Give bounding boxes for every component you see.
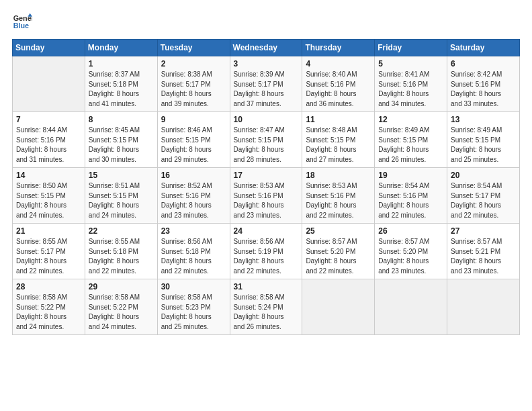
day-number: 15 xyxy=(89,171,154,180)
calendar-cell: 5Sunrise: 8:41 AM Sunset: 5:16 PM Daylig… xyxy=(375,56,447,112)
calendar-cell: 30Sunrise: 8:58 AM Sunset: 5:23 PM Dayli… xyxy=(157,279,230,335)
calendar-cell: 10Sunrise: 8:47 AM Sunset: 5:15 PM Dayli… xyxy=(230,112,302,168)
calendar-cell: 22Sunrise: 8:55 AM Sunset: 5:18 PM Dayli… xyxy=(85,224,157,279)
day-info: Sunrise: 8:40 AM Sunset: 5:16 PM Dayligh… xyxy=(306,70,371,109)
col-header-thursday: Thursday xyxy=(302,40,375,56)
day-info: Sunrise: 8:45 AM Sunset: 5:15 PM Dayligh… xyxy=(89,126,154,165)
calendar-cell: 28Sunrise: 8:58 AM Sunset: 5:22 PM Dayli… xyxy=(13,279,85,335)
day-info: Sunrise: 8:37 AM Sunset: 5:18 PM Dayligh… xyxy=(89,70,154,109)
day-info: Sunrise: 8:57 AM Sunset: 5:21 PM Dayligh… xyxy=(451,237,516,276)
calendar-cell xyxy=(375,279,447,335)
day-number: 5 xyxy=(378,59,443,68)
calendar-cell: 6Sunrise: 8:42 AM Sunset: 5:16 PM Daylig… xyxy=(447,56,520,112)
calendar-cell xyxy=(13,56,85,112)
header: General Blue xyxy=(12,12,520,32)
day-info: Sunrise: 8:46 AM Sunset: 5:15 PM Dayligh… xyxy=(161,126,226,165)
day-info: Sunrise: 8:44 AM Sunset: 5:16 PM Dayligh… xyxy=(16,126,81,165)
day-number: 26 xyxy=(378,226,443,236)
logo: General Blue xyxy=(12,12,32,32)
day-number: 8 xyxy=(89,115,154,124)
day-info: Sunrise: 8:42 AM Sunset: 5:16 PM Dayligh… xyxy=(451,70,516,109)
day-number: 28 xyxy=(16,282,81,291)
day-number: 10 xyxy=(234,115,299,124)
calendar-cell xyxy=(302,279,375,335)
day-info: Sunrise: 8:53 AM Sunset: 5:16 PM Dayligh… xyxy=(306,181,371,220)
day-number: 1 xyxy=(89,59,154,68)
day-number: 24 xyxy=(234,226,299,236)
day-number: 11 xyxy=(306,115,371,124)
day-number: 12 xyxy=(378,115,443,124)
day-info: Sunrise: 8:58 AM Sunset: 5:24 PM Dayligh… xyxy=(234,293,299,332)
calendar-cell: 9Sunrise: 8:46 AM Sunset: 5:15 PM Daylig… xyxy=(157,112,230,168)
calendar-header-row: SundayMondayTuesdayWednesdayThursdayFrid… xyxy=(13,40,520,56)
day-number: 31 xyxy=(234,282,299,291)
day-number: 13 xyxy=(451,115,516,124)
day-info: Sunrise: 8:41 AM Sunset: 5:16 PM Dayligh… xyxy=(378,70,443,109)
calendar-cell: 29Sunrise: 8:58 AM Sunset: 5:22 PM Dayli… xyxy=(85,279,157,335)
day-number: 25 xyxy=(306,226,371,236)
calendar-cell: 25Sunrise: 8:57 AM Sunset: 5:20 PM Dayli… xyxy=(302,224,375,279)
day-number: 18 xyxy=(306,171,371,180)
calendar-cell: 19Sunrise: 8:54 AM Sunset: 5:16 PM Dayli… xyxy=(375,168,447,224)
calendar-cell: 27Sunrise: 8:57 AM Sunset: 5:21 PM Dayli… xyxy=(447,224,520,279)
day-number: 2 xyxy=(161,59,226,68)
day-info: Sunrise: 8:58 AM Sunset: 5:23 PM Dayligh… xyxy=(161,293,226,332)
day-info: Sunrise: 8:38 AM Sunset: 5:17 PM Dayligh… xyxy=(161,70,226,109)
day-info: Sunrise: 8:56 AM Sunset: 5:18 PM Dayligh… xyxy=(161,237,226,276)
calendar-cell: 14Sunrise: 8:50 AM Sunset: 5:15 PM Dayli… xyxy=(13,168,85,224)
day-info: Sunrise: 8:54 AM Sunset: 5:16 PM Dayligh… xyxy=(378,181,443,220)
logo-icon: General Blue xyxy=(12,12,32,32)
day-info: Sunrise: 8:53 AM Sunset: 5:16 PM Dayligh… xyxy=(234,181,299,220)
calendar-cell: 17Sunrise: 8:53 AM Sunset: 5:16 PM Dayli… xyxy=(230,168,302,224)
col-header-saturday: Saturday xyxy=(447,40,520,56)
day-info: Sunrise: 8:50 AM Sunset: 5:15 PM Dayligh… xyxy=(16,181,81,220)
calendar-cell: 8Sunrise: 8:45 AM Sunset: 5:15 PM Daylig… xyxy=(85,112,157,168)
day-info: Sunrise: 8:54 AM Sunset: 5:17 PM Dayligh… xyxy=(451,181,516,220)
calendar-cell: 3Sunrise: 8:39 AM Sunset: 5:17 PM Daylig… xyxy=(230,56,302,112)
day-number: 23 xyxy=(161,226,226,236)
day-number: 22 xyxy=(89,226,154,236)
page: General Blue SundayMondayTuesdayWednesda… xyxy=(0,0,532,411)
calendar-cell: 15Sunrise: 8:51 AM Sunset: 5:15 PM Dayli… xyxy=(85,168,157,224)
calendar-cell: 1Sunrise: 8:37 AM Sunset: 5:18 PM Daylig… xyxy=(85,56,157,112)
calendar-cell: 2Sunrise: 8:38 AM Sunset: 5:17 PM Daylig… xyxy=(157,56,230,112)
day-number: 17 xyxy=(234,171,299,180)
day-info: Sunrise: 8:39 AM Sunset: 5:17 PM Dayligh… xyxy=(234,70,299,109)
col-header-monday: Monday xyxy=(85,40,157,56)
day-info: Sunrise: 8:49 AM Sunset: 5:15 PM Dayligh… xyxy=(451,126,516,165)
day-number: 27 xyxy=(451,226,516,236)
day-number: 4 xyxy=(306,59,371,68)
calendar-cell: 26Sunrise: 8:57 AM Sunset: 5:20 PM Dayli… xyxy=(375,224,447,279)
day-info: Sunrise: 8:51 AM Sunset: 5:15 PM Dayligh… xyxy=(89,181,154,220)
day-number: 21 xyxy=(16,226,81,236)
day-info: Sunrise: 8:47 AM Sunset: 5:15 PM Dayligh… xyxy=(234,126,299,165)
day-info: Sunrise: 8:55 AM Sunset: 5:17 PM Dayligh… xyxy=(16,237,81,276)
day-info: Sunrise: 8:52 AM Sunset: 5:16 PM Dayligh… xyxy=(161,181,226,220)
day-info: Sunrise: 8:56 AM Sunset: 5:19 PM Dayligh… xyxy=(234,237,299,276)
calendar-cell: 4Sunrise: 8:40 AM Sunset: 5:16 PM Daylig… xyxy=(302,56,375,112)
day-number: 7 xyxy=(16,115,81,124)
day-number: 19 xyxy=(378,171,443,180)
calendar-week-row: 1Sunrise: 8:37 AM Sunset: 5:18 PM Daylig… xyxy=(13,56,520,112)
calendar-table: SundayMondayTuesdayWednesdayThursdayFrid… xyxy=(12,39,520,335)
day-number: 3 xyxy=(234,59,299,68)
calendar-cell xyxy=(447,279,520,335)
calendar-cell: 11Sunrise: 8:48 AM Sunset: 5:15 PM Dayli… xyxy=(302,112,375,168)
day-info: Sunrise: 8:55 AM Sunset: 5:18 PM Dayligh… xyxy=(89,237,154,276)
day-info: Sunrise: 8:48 AM Sunset: 5:15 PM Dayligh… xyxy=(306,126,371,165)
calendar-week-row: 7Sunrise: 8:44 AM Sunset: 5:16 PM Daylig… xyxy=(13,112,520,168)
calendar-cell: 23Sunrise: 8:56 AM Sunset: 5:18 PM Dayli… xyxy=(157,224,230,279)
calendar-cell: 20Sunrise: 8:54 AM Sunset: 5:17 PM Dayli… xyxy=(447,168,520,224)
col-header-tuesday: Tuesday xyxy=(157,40,230,56)
day-info: Sunrise: 8:58 AM Sunset: 5:22 PM Dayligh… xyxy=(16,293,81,332)
svg-text:Blue: Blue xyxy=(13,21,29,30)
calendar-week-row: 28Sunrise: 8:58 AM Sunset: 5:22 PM Dayli… xyxy=(13,279,520,335)
col-header-wednesday: Wednesday xyxy=(230,40,302,56)
day-number: 20 xyxy=(451,171,516,180)
calendar-cell: 18Sunrise: 8:53 AM Sunset: 5:16 PM Dayli… xyxy=(302,168,375,224)
day-number: 29 xyxy=(89,282,154,291)
calendar-week-row: 21Sunrise: 8:55 AM Sunset: 5:17 PM Dayli… xyxy=(13,224,520,279)
calendar-cell: 31Sunrise: 8:58 AM Sunset: 5:24 PM Dayli… xyxy=(230,279,302,335)
day-number: 6 xyxy=(451,59,516,68)
calendar-week-row: 14Sunrise: 8:50 AM Sunset: 5:15 PM Dayli… xyxy=(13,168,520,224)
